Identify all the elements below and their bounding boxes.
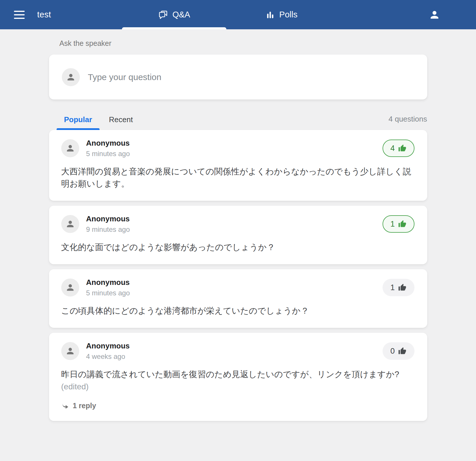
question-timestamp: 9 minutes ago — [86, 225, 130, 234]
tab-qa[interactable]: Q&A — [122, 0, 226, 29]
tab-polls[interactable]: Polls — [229, 0, 334, 29]
edited-label: (edited) — [61, 381, 414, 393]
question-input[interactable] — [88, 72, 414, 82]
qa-bubbles-icon — [158, 10, 168, 20]
question-text: この頃具体的にどのような港湾都市が栄えていたのでしょうか？ — [61, 305, 414, 317]
thumbs-up-icon — [398, 220, 406, 228]
person-icon — [65, 143, 75, 153]
filter-tab-popular[interactable]: Popular — [57, 115, 100, 130]
question-text: 昨日の講義で流されていた動画を復習のため見返したいのですが、リンクを頂けますか?… — [61, 368, 414, 393]
question-text: 大西洋間の貿易と音楽の発展についての関係性がよくわからなかったのでもう少し詳しく… — [61, 165, 414, 190]
question-avatar — [61, 279, 79, 297]
question-author: Anonymous — [86, 278, 130, 287]
tab-polls-label: Polls — [279, 10, 298, 19]
ask-question-card — [49, 55, 427, 100]
question-count: 4 questions — [389, 115, 427, 130]
like-count: 1 — [390, 283, 395, 292]
popular-tab-underline — [57, 128, 100, 130]
question-card: Anonymous 5 minutes ago 4 大西洋間の貿易と音楽の発展に… — [49, 130, 427, 201]
event-title: test — [37, 10, 51, 19]
question-author: Anonymous — [86, 341, 130, 350]
person-icon — [66, 72, 76, 82]
question-avatar — [61, 215, 79, 233]
question-author: Anonymous — [86, 139, 130, 148]
question-card: Anonymous 4 weeks ago 0 昨日の講義で流されていた動画を復… — [49, 333, 427, 421]
like-count: 4 — [390, 144, 395, 153]
replies-toggle[interactable]: 1 reply — [61, 402, 414, 410]
filter-tab-recent[interactable]: Recent — [101, 115, 140, 130]
question-avatar — [61, 342, 79, 360]
hamburger-menu-icon[interactable] — [14, 11, 25, 19]
person-icon — [65, 219, 75, 229]
profile-person-icon[interactable] — [428, 8, 441, 22]
like-button[interactable]: 0 — [383, 342, 414, 360]
thumbs-up-icon — [398, 283, 406, 292]
reply-arrow-icon — [61, 402, 69, 410]
question-timestamp: 5 minutes ago — [86, 289, 130, 297]
thumbs-up-icon — [398, 144, 406, 152]
question-timestamp: 5 minutes ago — [86, 150, 130, 158]
question-author: Anonymous — [86, 214, 130, 223]
question-card: Anonymous 9 minutes ago 1 文化的な面ではどのような影響… — [49, 206, 427, 264]
like-button[interactable]: 1 — [383, 279, 414, 296]
user-avatar — [62, 68, 80, 86]
question-card: Anonymous 5 minutes ago 1 この頃具体的にどのような港湾… — [49, 269, 427, 328]
like-button[interactable]: 4 — [383, 140, 414, 157]
header-tab-bar: Q&A Polls — [122, 0, 334, 29]
like-count: 0 — [390, 347, 395, 356]
tab-qa-label: Q&A — [172, 10, 190, 19]
filter-row: Popular Recent 4 questions — [49, 115, 427, 130]
reply-count-label: 1 reply — [73, 402, 96, 410]
person-icon — [65, 346, 75, 356]
question-text: 文化的な面ではどのような影響があったのでしょうか？ — [61, 241, 414, 253]
polls-bars-icon — [266, 10, 275, 19]
qa-main: Ask the speaker Popular Recent 4 questio… — [49, 39, 427, 421]
like-button[interactable]: 1 — [383, 215, 414, 233]
app-header: test Q&A Polls — [0, 0, 476, 29]
question-avatar — [61, 139, 79, 157]
active-tab-indicator — [122, 27, 226, 29]
ask-section-label: Ask the speaker — [59, 39, 427, 48]
thumbs-up-icon — [398, 347, 406, 355]
question-timestamp: 4 weeks ago — [86, 352, 130, 361]
like-count: 1 — [390, 220, 395, 229]
person-icon — [65, 283, 75, 292]
